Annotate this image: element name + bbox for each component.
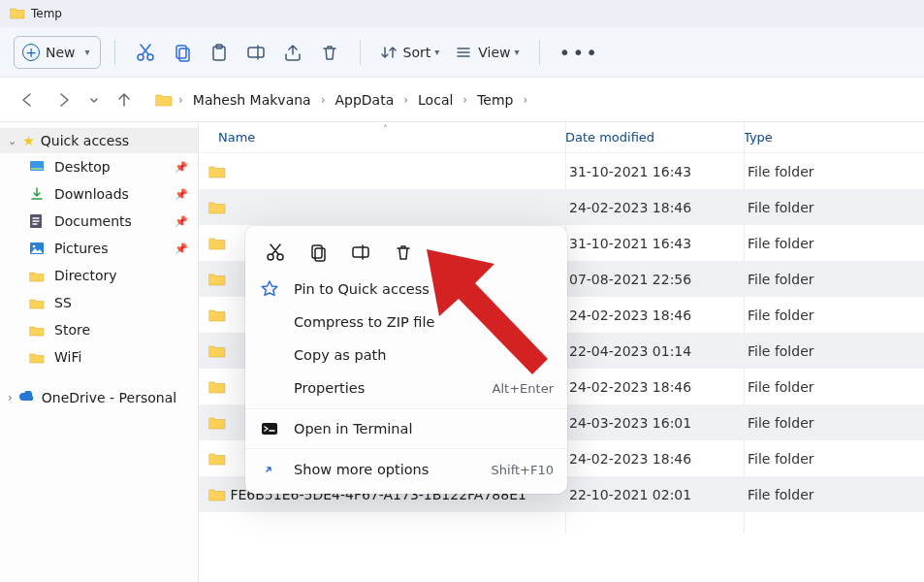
breadcrumb-seg[interactable]: Local [414,90,457,110]
chevron-down-icon: ▾ [434,47,439,57]
svg-rect-18 [264,349,275,361]
sidebar-item-documents[interactable]: Documents 📌 [0,208,198,235]
file-type: File folder [748,415,903,431]
ctx-rename-button[interactable] [350,242,371,263]
file-date: 31-10-2021 16:43 [569,164,748,179]
file-date: 31-10-2021 16:43 [569,236,748,251]
cloud-icon [18,390,36,405]
shortcut-label: Shift+F10 [492,463,554,477]
file-type: File folder [748,164,903,179]
sidebar-item-label: Desktop [54,159,111,175]
ctx-cut-button[interactable] [265,242,286,263]
sidebar-item-downloads[interactable]: Downloads 📌 [0,180,198,208]
ctx-zip[interactable]: Compress to ZIP file [245,306,567,339]
sidebar-item-label: Directory [54,268,117,283]
svg-rect-3 [179,48,189,61]
ctx-copy-button[interactable] [307,242,329,263]
paste-button[interactable] [203,36,236,69]
col-type[interactable]: Type [744,130,899,145]
properties-icon [259,379,280,397]
breadcrumb-seg[interactable]: Mahesh Makvana [189,90,315,110]
file-type: File folder [748,343,903,359]
back-button[interactable] [14,86,41,113]
forward-button[interactable] [50,86,78,113]
table-row[interactable]: 24-02-2023 18:46File folder [199,189,924,225]
ctx-pin[interactable]: Pin to Quick access [245,273,567,306]
table-row[interactable]: 31-10-2021 16:43File folder [199,153,924,189]
ctx-terminal[interactable]: Open in Terminal [245,413,567,444]
ctx-properties[interactable]: Properties Alt+Enter [245,372,567,404]
sidebar-item-ss[interactable]: SS [0,289,198,316]
plus-icon: + [22,44,40,61]
file-type: File folder [748,236,903,251]
sort-button[interactable]: Sort ▾ [374,36,446,69]
sidebar-item-label: WiFi [54,349,81,365]
folder-icon [29,324,47,337]
file-type: File folder [748,307,903,323]
ctx-label: Copy as path [294,347,386,363]
sidebar-item-onedrive[interactable]: › OneDrive - Personal [0,382,198,413]
titlebar: Temp [0,0,924,27]
sidebar-item-wifi[interactable]: WiFi [0,343,198,371]
sidebar-item-label: Pictures [54,241,108,256]
view-button[interactable]: View ▾ [449,36,525,69]
new-button[interactable]: + New ▾ [14,36,101,69]
svg-rect-6 [248,48,264,57]
sidebar-item-label: Store [54,322,90,338]
chevron-right-icon: › [178,93,183,107]
ctx-delete-button[interactable] [393,242,414,263]
new-label: New [46,45,76,60]
delete-button[interactable] [313,36,346,69]
svg-rect-15 [315,248,325,261]
svg-rect-17 [263,315,276,329]
chevron-down-icon: ▾ [515,47,520,57]
svg-point-12 [268,254,273,260]
column-headers: ˄ Name Date modified Type [199,122,924,153]
chevron-down-icon: ▾ [85,47,90,57]
svg-rect-16 [353,247,368,257]
window-title: Temp [31,7,62,20]
sidebar-item-store[interactable]: Store [0,316,198,343]
svg-rect-20 [262,423,277,435]
ctx-label: Show more options [294,462,429,477]
folder-icon [29,270,47,282]
up-button[interactable] [111,86,138,113]
sidebar-item-label: Documents [54,213,132,229]
copy-button[interactable] [166,36,199,69]
pin-icon: 📌 [175,188,188,201]
shortcut-label: Alt+Enter [493,381,554,396]
navbar: › Mahesh Makvana › AppData › Local › Tem… [0,78,924,122]
folder-icon [10,6,25,22]
svg-point-0 [138,54,143,60]
pin-icon: 📌 [175,215,188,228]
share-button[interactable] [276,36,309,69]
terminal-icon [259,422,280,436]
sidebar: ⌄ ★ Quick access Desktop 📌 Downloads 📌 D… [0,122,199,582]
breadcrumb-seg[interactable]: Temp [473,90,517,110]
file-date: 24-02-2023 18:46 [569,307,748,323]
breadcrumb[interactable]: › Mahesh Makvana › AppData › Local › Tem… [147,84,910,115]
svg-rect-19 [264,381,275,395]
cut-button[interactable] [129,36,162,69]
rename-button[interactable] [239,36,272,69]
sidebar-item-directory[interactable]: Directory [0,262,198,289]
svg-rect-14 [312,245,322,258]
file-date: 24-02-2023 18:46 [569,451,748,467]
sidebar-item-pictures[interactable]: Pictures 📌 [0,235,198,262]
sidebar-item-desktop[interactable]: Desktop 📌 [0,153,198,180]
file-type: File folder [748,379,903,395]
quick-access[interactable]: ⌄ ★ Quick access [0,128,198,153]
ribbon-toolbar: + New ▾ Sort ▾ View ▾ ••• [0,27,924,78]
sort-indicator-icon: ˄ [383,124,388,135]
file-date: 24-03-2023 16:01 [569,415,748,431]
svg-point-13 [277,254,283,260]
documents-icon [29,213,47,229]
breadcrumb-seg[interactable]: AppData [331,90,398,110]
pin-icon: 📌 [175,242,188,255]
more-button[interactable]: ••• [554,36,605,69]
file-date: 24-02-2023 18:46 [569,200,748,215]
ctx-more-options[interactable]: Show more options Shift+F10 [245,453,567,486]
col-date[interactable]: Date modified [565,130,744,145]
ctx-copypath[interactable]: Copy as path [245,339,567,372]
recent-dropdown[interactable] [87,86,101,113]
